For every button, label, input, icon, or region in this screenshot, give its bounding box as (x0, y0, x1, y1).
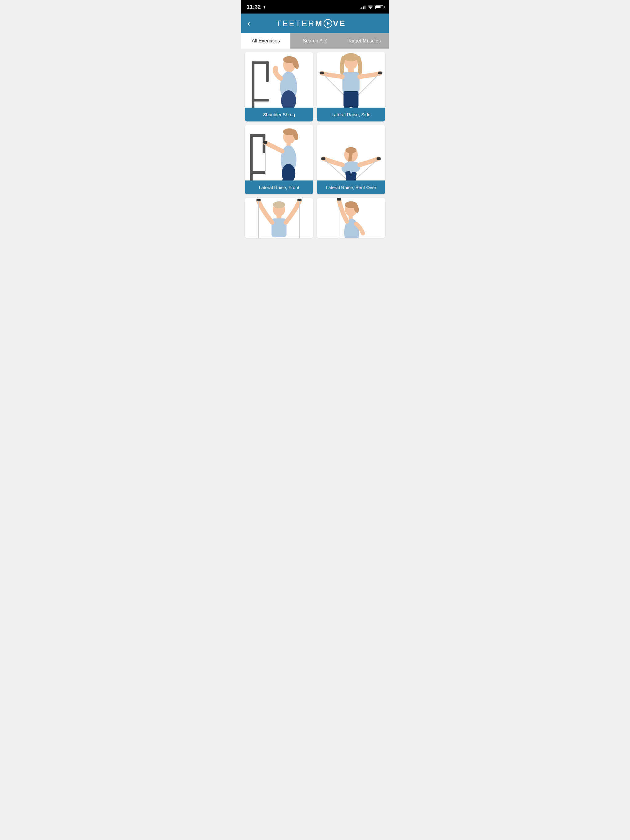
exercise-card-lateral-raise-front[interactable]: Lateral Raise, Front (245, 125, 313, 194)
exercise-label-lateral-raise-side: Lateral Raise, Side (317, 107, 385, 122)
logo-play-icon (324, 19, 332, 28)
tab-target-muscles[interactable]: Target Muscles (340, 33, 389, 49)
exercise-image-lateral-raise-side: ✦ (317, 52, 385, 107)
exercise-image-6 (317, 198, 385, 238)
app-logo: TEETER M VE (254, 19, 369, 28)
signal-icon (360, 5, 366, 9)
logo-move: M VE (315, 19, 346, 28)
svg-rect-3 (266, 61, 269, 82)
exercise-card-lateral-raise-side[interactable]: ✦ Lateral Raise, Side (317, 52, 385, 122)
logo-play-triangle (327, 22, 330, 25)
logo-teeter: TEETER (276, 19, 315, 28)
logo-ve: VE (333, 19, 346, 28)
lateral-raise-bent-over-illustration (317, 125, 385, 180)
lateral-raise-front-illustration (245, 125, 313, 180)
exercise-label-lateral-raise-bent-over: Lateral Raise, Bent Over (317, 180, 385, 194)
location-icon (263, 5, 266, 9)
back-button[interactable]: ‹ (246, 19, 254, 28)
svg-rect-16 (342, 72, 359, 93)
svg-rect-55 (256, 199, 261, 201)
svg-rect-56 (298, 199, 301, 201)
status-time: 11:32 (247, 4, 266, 10)
svg-rect-23 (352, 104, 358, 107)
exercise-card-lateral-raise-bent-over[interactable]: Lateral Raise, Bent Over (317, 125, 385, 194)
logo-m: M (315, 19, 323, 28)
exercise-image-lateral-raise-bent-over (317, 125, 385, 180)
exercise-5-illustration (245, 198, 313, 238)
exercise-grid: Shoulder Shrug (241, 49, 389, 242)
tab-target-muscles-label: Target Muscles (348, 38, 381, 43)
tab-search-az[interactable]: Search A-Z (290, 33, 340, 49)
tab-search-az-label: Search A-Z (303, 38, 327, 43)
exercise-6-illustration (317, 198, 385, 238)
exercise-card-6[interactable] (317, 198, 385, 238)
svg-rect-22 (344, 104, 350, 107)
svg-rect-20 (378, 71, 382, 74)
battery-icon (375, 5, 383, 9)
svg-point-42 (340, 160, 361, 175)
exercise-image-5 (245, 198, 313, 238)
svg-point-52 (273, 201, 285, 208)
svg-rect-4 (252, 99, 269, 101)
app-header: ‹ TEETER M VE (241, 14, 389, 33)
wifi-icon (367, 5, 373, 9)
svg-rect-45 (321, 157, 325, 160)
svg-rect-15 (348, 68, 354, 73)
tabs-bar: All Exercises Search A-Z Target Muscles (241, 33, 389, 49)
exercise-image-shoulder-shrug (245, 52, 313, 107)
status-bar: 11:32 (241, 0, 389, 14)
svg-point-0 (370, 8, 371, 9)
tab-all-exercises-label: All Exercises (252, 38, 280, 43)
exercise-image-lateral-raise-front (245, 125, 313, 180)
exercise-label-shoulder-shrug: Shoulder Shrug (245, 107, 313, 122)
tab-all-exercises[interactable]: All Exercises (241, 33, 290, 49)
status-icons (360, 5, 383, 9)
exercise-card-shoulder-shrug[interactable]: Shoulder Shrug (245, 52, 313, 122)
svg-rect-11 (283, 106, 287, 107)
svg-rect-28 (250, 171, 266, 174)
exercise-card-5[interactable] (245, 198, 313, 238)
svg-rect-38 (288, 178, 292, 180)
svg-rect-12 (288, 106, 293, 107)
svg-rect-35 (263, 141, 268, 144)
svg-rect-46 (377, 157, 380, 160)
shoulder-shrug-illustration (245, 52, 313, 107)
time-display: 11:32 (247, 4, 261, 10)
svg-point-14 (343, 53, 359, 61)
exercise-label-lateral-raise-front: Lateral Raise, Front (245, 180, 313, 194)
lateral-raise-side-illustration: ✦ (317, 52, 385, 107)
svg-rect-37 (282, 178, 287, 180)
svg-text:✦: ✦ (327, 72, 329, 74)
svg-rect-19 (320, 71, 324, 74)
